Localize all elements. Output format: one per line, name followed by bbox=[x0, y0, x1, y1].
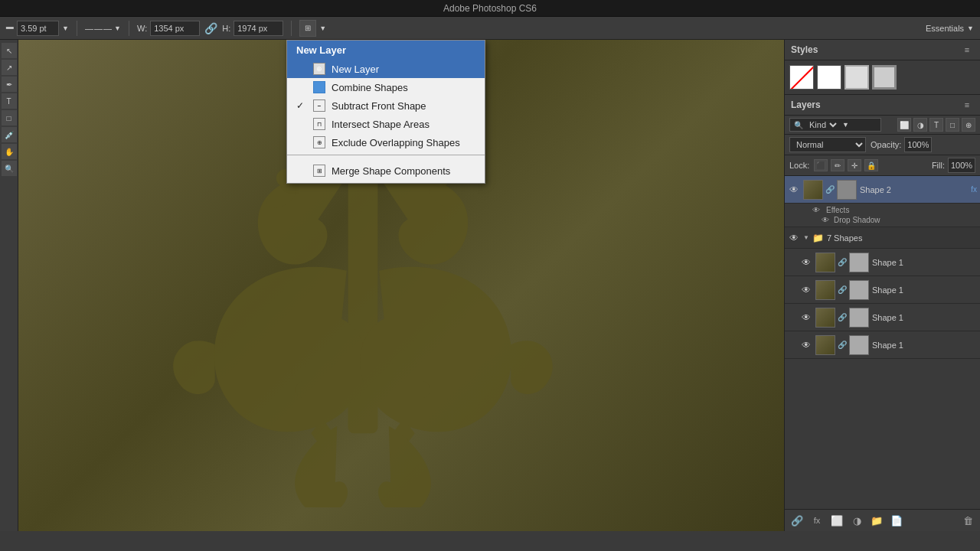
link-shape1b: 🔗 bbox=[838, 285, 846, 294]
svg-line-10 bbox=[790, 66, 814, 90]
opacity-label: Opacity: bbox=[871, 140, 901, 149]
style-swatches-grid bbox=[785, 60, 980, 94]
visibility-shape1d[interactable]: 👁 bbox=[800, 339, 812, 351]
width-label: W: bbox=[137, 24, 147, 33]
new-layer-icon[interactable]: 📄 bbox=[889, 513, 904, 528]
height-input[interactable] bbox=[234, 21, 283, 36]
layers-search-row: 🔍 Kind ▼ ⬜ ◑ T □ ⊕ bbox=[785, 116, 980, 135]
styles-panel-header: Styles ≡ bbox=[785, 40, 980, 60]
label-new-layer: New Layer bbox=[332, 64, 379, 75]
visibility-shape1c[interactable]: 👁 bbox=[800, 311, 812, 324]
menu-item-merge[interactable]: ⊞ Merge Shape Components bbox=[287, 158, 485, 183]
layers-bottom-bar: 🔗 fx ⬜ ◑ 📁 📄 🗑 bbox=[785, 509, 980, 531]
lock-move-icon[interactable]: ✛ bbox=[848, 159, 861, 171]
lock-pixels-icon[interactable]: ⬛ bbox=[814, 159, 828, 171]
swatch-gray1[interactable] bbox=[844, 65, 869, 90]
layers-list: 👁 🔗 Shape 2 fx 👁 Effects 👁 bbox=[785, 176, 980, 509]
filter-icons: ⬜ ◑ T □ ⊕ bbox=[897, 118, 975, 132]
essentials-item: Essentials ▼ bbox=[926, 24, 974, 33]
tool-direct-select[interactable]: ↗ bbox=[2, 60, 17, 75]
effects-eye-icon[interactable]: 👁 bbox=[812, 206, 820, 214]
adjustment-layer-icon[interactable]: ◑ bbox=[849, 513, 864, 528]
fill-input[interactable] bbox=[948, 158, 975, 173]
delete-layer-icon[interactable]: 🗑 bbox=[960, 513, 975, 528]
label-exclude: Exclude Overlapping Shapes bbox=[332, 137, 460, 148]
stroke-style-item: — — — ▼ bbox=[85, 24, 121, 33]
styles-menu-icon[interactable]: ≡ bbox=[960, 43, 974, 57]
shape-filter-icon[interactable]: □ bbox=[946, 118, 959, 132]
swatch-none[interactable] bbox=[789, 65, 814, 90]
icon-combine bbox=[313, 81, 325, 93]
swatch-gray2[interactable] bbox=[872, 65, 897, 90]
icon-subtract: − bbox=[313, 99, 325, 112]
swatch-white[interactable] bbox=[817, 65, 841, 90]
blend-mode-select[interactable]: Normal Dissolve Multiply Screen bbox=[789, 137, 866, 152]
layers-menu-icon[interactable]: ≡ bbox=[960, 98, 974, 112]
layer-item-shape1c[interactable]: 👁 🔗 Shape 1 bbox=[785, 304, 980, 331]
tool-shape[interactable]: □ bbox=[2, 110, 17, 126]
title-bar: Adobe Photoshop CS6 bbox=[0, 0, 980, 17]
thumb-shape1a bbox=[815, 253, 835, 272]
stroke-dropdown-icon[interactable]: ▼ bbox=[62, 24, 69, 32]
layer-item-shape2[interactable]: 👁 🔗 Shape 2 fx bbox=[785, 176, 980, 204]
link-shape2: 🔗 bbox=[826, 185, 834, 194]
smart-filter-icon[interactable]: ⊕ bbox=[962, 118, 975, 132]
link-icon[interactable]: 🔗 bbox=[204, 22, 217, 34]
tool-eyedropper[interactable]: 💉 bbox=[2, 127, 17, 142]
dropshadow-label: Drop Shadow bbox=[834, 216, 880, 224]
label-merge: Merge Shape Components bbox=[332, 165, 450, 177]
label-subtract: Subtract Front Shape bbox=[332, 100, 426, 112]
tool-hand[interactable]: ✋ bbox=[2, 144, 17, 159]
effects-label: Effects bbox=[826, 206, 849, 214]
path-ops-button[interactable]: ⊞ bbox=[299, 20, 316, 37]
menu-item-combine[interactable]: Combine Shapes bbox=[287, 78, 485, 96]
name-shape1c: Shape 1 bbox=[872, 313, 977, 322]
visibility-shape1b[interactable]: 👁 bbox=[800, 284, 812, 296]
mask-shape1b bbox=[849, 280, 869, 300]
group-name: 7 Shapes bbox=[827, 233, 862, 243]
group-expand-arrow[interactable]: ▼ bbox=[803, 234, 809, 241]
divider-3 bbox=[291, 21, 292, 36]
menu-header[interactable]: New Layer bbox=[287, 41, 485, 60]
adjust-filter-icon[interactable]: ◑ bbox=[913, 118, 927, 132]
opacity-input[interactable] bbox=[904, 137, 932, 152]
tool-type[interactable]: T bbox=[2, 93, 17, 109]
stroke-input[interactable] bbox=[17, 21, 59, 36]
group-7shapes[interactable]: 👁 ▼ 📁 7 Shapes bbox=[785, 227, 980, 249]
lock-paint-icon[interactable]: ✏ bbox=[831, 159, 844, 171]
new-group-icon[interactable]: 📁 bbox=[869, 513, 884, 528]
styles-panel: Styles ≡ bbox=[785, 40, 980, 95]
dash-icon: — — — bbox=[85, 24, 111, 33]
lock-icons-group: ⬛ ✏ ✛ 🔒 bbox=[814, 159, 878, 171]
essentials-label: Essentials bbox=[926, 24, 964, 33]
folder-icon: 📁 bbox=[812, 233, 824, 243]
fill-row: Fill: bbox=[932, 158, 975, 173]
visibility-shape1a[interactable]: 👁 bbox=[800, 256, 812, 269]
pixel-filter-icon[interactable]: ⬜ bbox=[897, 118, 911, 132]
menu-item-subtract[interactable]: ✓ − Subtract Front Shape bbox=[287, 96, 485, 115]
menu-item-new-layer[interactable]: ⊕ New Layer bbox=[287, 60, 485, 78]
layer-mask-icon[interactable]: ⬜ bbox=[829, 513, 844, 528]
path-ops-dropdown[interactable]: ▼ bbox=[319, 24, 326, 32]
layer-item-shape1b[interactable]: 👁 🔗 Shape 1 bbox=[785, 276, 980, 304]
dash-dropdown-icon[interactable]: ▼ bbox=[114, 24, 121, 32]
type-filter-icon[interactable]: T bbox=[929, 118, 943, 132]
lock-all-icon[interactable]: 🔒 bbox=[864, 159, 878, 171]
effects-section-shape2: 👁 Effects 👁 Drop Shadow bbox=[785, 204, 980, 227]
kind-select[interactable]: Kind bbox=[806, 119, 839, 130]
visibility-group[interactable]: 👁 bbox=[788, 232, 800, 244]
essentials-dropdown[interactable]: ▼ bbox=[967, 24, 974, 32]
layer-item-shape1d[interactable]: 👁 🔗 Shape 1 bbox=[785, 331, 980, 359]
layer-style-icon[interactable]: fx bbox=[809, 513, 825, 528]
layer-item-shape1a[interactable]: 👁 🔗 Shape 1 bbox=[785, 249, 980, 276]
menu-item-intersect[interactable]: ⊓ Intersect Shape Areas bbox=[287, 115, 485, 133]
tool-select[interactable]: ↖ bbox=[2, 43, 17, 58]
tool-zoom[interactable]: 🔍 bbox=[2, 161, 17, 176]
kind-dropdown-icon[interactable]: ▼ bbox=[842, 121, 849, 129]
link-layers-icon[interactable]: 🔗 bbox=[789, 513, 805, 528]
dropshadow-eye-icon[interactable]: 👁 bbox=[822, 216, 829, 224]
tool-pen[interactable]: ✒ bbox=[2, 77, 17, 92]
menu-item-exclude[interactable]: ⊕ Exclude Overlapping Shapes bbox=[287, 133, 485, 152]
visibility-shape2[interactable]: 👁 bbox=[788, 184, 800, 196]
width-input[interactable] bbox=[150, 21, 200, 36]
